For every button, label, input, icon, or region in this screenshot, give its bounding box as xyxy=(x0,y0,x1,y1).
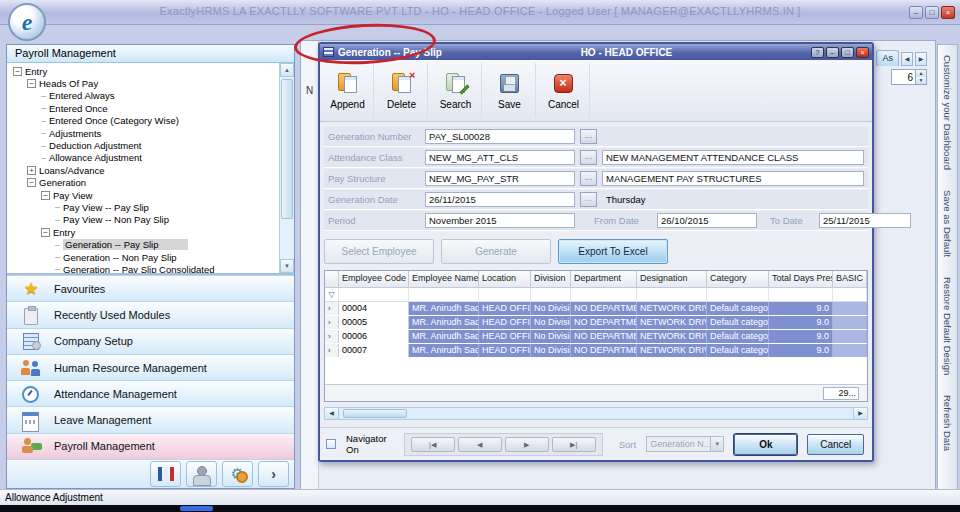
dialog-titlebar[interactable]: Generation -- Pay Slip HO - HEAD OFFICE … xyxy=(320,44,872,60)
scroll-right-icon[interactable]: ▶ xyxy=(853,408,867,419)
lookup-ellipsis-icon[interactable]: … xyxy=(580,171,597,186)
spin-down-icon[interactable]: ▼ xyxy=(916,77,926,84)
scroll-down-icon[interactable]: ▼ xyxy=(280,259,294,273)
close-icon[interactable]: × xyxy=(856,47,869,58)
column-header[interactable]: Designation xyxy=(637,271,707,287)
pay-structure-input[interactable]: NEW_MG_PAY_STR xyxy=(425,171,575,186)
tab-fragment-2[interactable]: As xyxy=(876,50,899,66)
tree-scrollbar[interactable]: ▲ ▼ xyxy=(279,63,294,273)
period-input[interactable]: November 2015 xyxy=(425,213,575,228)
lookup-ellipsis-icon[interactable]: … xyxy=(580,129,597,144)
from-date-input[interactable]: 26/10/2015 xyxy=(657,213,757,228)
column-header[interactable]: Total Days Present xyxy=(769,271,833,287)
column-header[interactable]: BASIC S xyxy=(833,271,867,287)
cancel-button[interactable]: × Cancel xyxy=(538,63,590,118)
page-size-spinner[interactable]: 6 ▲▼ xyxy=(891,69,927,85)
plus-box-icon[interactable]: + xyxy=(27,166,36,175)
scrollbar-thumb[interactable] xyxy=(281,79,293,219)
sidebar-item-attendance-management[interactable]: Attendance Management xyxy=(7,380,294,406)
scroll-up-icon[interactable]: ▲ xyxy=(280,63,294,77)
generation-number-input[interactable]: PAY_SL00028 xyxy=(425,129,575,144)
tree-item-pay-view-non-pay-slip[interactable]: –Pay View -- Non Pay Slip xyxy=(7,214,294,226)
table-row[interactable]: › 00005 MR. Anirudh Sadani HEAD OFFICE N… xyxy=(325,316,867,329)
sidebar-item-hr-management[interactable]: Human Resource Management xyxy=(7,354,294,380)
cancel-button[interactable]: Cancel xyxy=(807,434,864,455)
close-icon[interactable]: × xyxy=(941,6,955,19)
tree-item-pay-view[interactable]: −Pay View xyxy=(7,189,294,201)
row-expander-icon[interactable]: › xyxy=(325,302,339,315)
nav-last-button[interactable]: ▶| xyxy=(552,437,596,452)
delete-button[interactable]: × Delete xyxy=(376,63,428,118)
maximize-icon[interactable]: □ xyxy=(925,6,939,19)
minus-box-icon[interactable]: − xyxy=(27,178,36,187)
grid-filter-row[interactable]: ▽ xyxy=(325,288,867,302)
nav-next-button[interactable]: ▶ xyxy=(505,437,549,452)
minus-box-icon[interactable]: − xyxy=(41,228,50,237)
tree-item-entry[interactable]: −Entry xyxy=(7,65,294,77)
filter-funnel-icon[interactable]: ▽ xyxy=(325,288,339,301)
tree-item-entered-always[interactable]: –Entered Always xyxy=(7,90,294,102)
column-header[interactable]: Employee Code xyxy=(339,271,409,287)
date-picker-icon[interactable]: … xyxy=(580,192,597,207)
chevron-right-icon[interactable]: › xyxy=(258,461,289,487)
select-employee-button[interactable]: Select Employee xyxy=(324,239,434,264)
nav-first-button[interactable]: |◀ xyxy=(411,437,455,452)
restore-default-design-button[interactable]: Restore Default Design xyxy=(942,277,953,375)
tree-item-adjustments[interactable]: –Adjustments xyxy=(7,127,294,139)
tab-scroll-right-icon[interactable]: ▶ xyxy=(915,52,927,66)
minus-box-icon[interactable]: − xyxy=(13,67,22,76)
user-icon[interactable] xyxy=(186,461,217,487)
tree-item-generation[interactable]: −Generation xyxy=(7,177,294,189)
taskbar-item[interactable] xyxy=(180,506,213,511)
help-icon[interactable]: ? xyxy=(811,47,824,58)
tree-item-pay-view-pay-slip[interactable]: –Pay View -- Pay Slip xyxy=(7,201,294,213)
save-button[interactable]: Save xyxy=(484,63,536,118)
column-header[interactable]: Division xyxy=(531,271,571,287)
minimize-icon[interactable]: – xyxy=(826,47,839,58)
tree-item-entered-once[interactable]: –Entered Once xyxy=(7,102,294,114)
nav-prev-button[interactable]: ◀ xyxy=(458,437,502,452)
customize-dashboard-button[interactable]: Customize your Dashboard xyxy=(942,55,953,170)
scrollbar-thumb[interactable] xyxy=(343,409,407,418)
tree-item-heads-of-pay[interactable]: −Heads Of Pay xyxy=(7,77,294,89)
spin-up-icon[interactable]: ▲ xyxy=(916,70,926,77)
column-header[interactable]: Department xyxy=(571,271,637,287)
sidebar-item-favourites[interactable]: ★Favourites xyxy=(7,275,294,301)
sidebar-item-recently-used[interactable]: Recently Used Modules xyxy=(7,301,294,327)
scroll-left-icon[interactable]: ◀ xyxy=(325,408,339,419)
column-header[interactable]: Category xyxy=(707,271,769,287)
refresh-data-button[interactable]: Refresh Data xyxy=(942,395,953,451)
append-button[interactable]: Append xyxy=(322,63,374,118)
minus-box-icon[interactable]: − xyxy=(27,79,36,88)
tree-item-generation-non-pay-slip[interactable]: –Generation -- Non Pay Slip xyxy=(7,251,294,263)
table-row[interactable]: › 00006 MR. Anirudh Sadani HEAD OFFICE N… xyxy=(325,330,867,343)
sidebar-item-payroll-management[interactable]: Payroll Management xyxy=(7,433,294,459)
sidebar-item-leave-management[interactable]: Leave Management xyxy=(7,406,294,432)
save-as-default-button[interactable]: Save as Default xyxy=(942,190,953,257)
ok-button[interactable]: Ok xyxy=(734,434,797,455)
books-icon[interactable] xyxy=(150,461,181,487)
gears-icon[interactable]: ⚙ xyxy=(222,461,253,487)
row-expander-icon[interactable]: › xyxy=(325,344,339,357)
generate-button[interactable]: Generate xyxy=(441,239,551,264)
sort-select[interactable]: Generation N... ▼ xyxy=(646,436,724,452)
tree-item-loans-advance[interactable]: +Loans/Advance xyxy=(7,164,294,176)
table-row[interactable]: › 00007 MR. Anirudh Sadani HEAD OFFICE N… xyxy=(325,344,867,357)
tree-item-allowance-adjustment[interactable]: –Allowance Adjustment xyxy=(7,152,294,164)
search-button[interactable]: Search xyxy=(430,63,482,118)
generation-date-input[interactable]: 26/11/2015 xyxy=(425,192,575,207)
grid-horizontal-scrollbar[interactable]: ◀ ▶ xyxy=(324,407,868,420)
export-to-excel-button[interactable]: Export To Excel xyxy=(558,239,668,264)
tree-item-generation-pay-slip[interactable]: –Generation -- Pay Slip xyxy=(7,238,294,250)
row-expander-icon[interactable]: › xyxy=(325,316,339,329)
tree-item-generation-pay-slip-consolidated[interactable]: –Generation -- Pay Slip Consolidated xyxy=(7,263,294,275)
minimize-icon[interactable]: – xyxy=(909,6,923,19)
attendance-class-input[interactable]: NEW_MG_ATT_CLS xyxy=(425,150,575,165)
tree-item-entered-once-category[interactable]: –Entered Once (Category Wise) xyxy=(7,115,294,127)
row-expander-icon[interactable]: › xyxy=(325,330,339,343)
tree-item-entry-2[interactable]: −Entry xyxy=(7,226,294,238)
tab-scroll-left-icon[interactable]: ◀ xyxy=(901,52,913,66)
column-header[interactable]: Location xyxy=(479,271,531,287)
to-date-input[interactable]: 25/11/2015 xyxy=(819,213,911,228)
maximize-icon[interactable]: □ xyxy=(841,47,854,58)
